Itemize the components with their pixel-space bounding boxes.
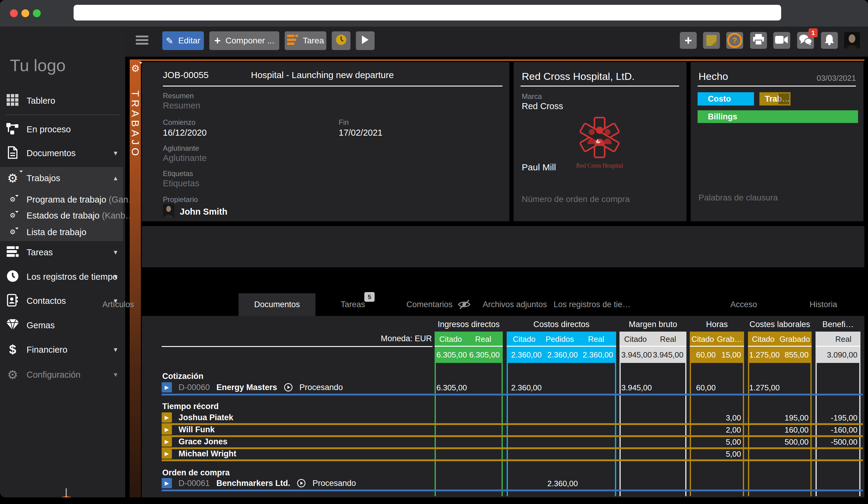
cell-value: 160,00 [780, 424, 809, 435]
table-row-michael[interactable]: ▶ Michael Wright [162, 449, 236, 459]
col-costos-pedidos: Pedidos [542, 332, 578, 346]
trab-badge[interactable]: Trab… [760, 92, 790, 105]
pencil-icon: ✎ [166, 35, 173, 46]
print-button[interactable] [750, 32, 767, 49]
titlebar [0, 0, 868, 27]
printer-icon [753, 34, 765, 47]
task-button[interactable]: Tarea [285, 31, 326, 50]
sidebar-subitem-programa[interactable]: ⚙ Programa de trabajo (Gan… [0, 191, 123, 207]
sidebar-item-trabajos[interactable]: ⚙ Trabajos ▲ [0, 166, 125, 190]
tab-acceso[interactable]: Acceso [731, 299, 757, 310]
resumen-field[interactable]: Resumen [163, 101, 200, 111]
sidebar-item-tablero[interactable]: Tablero [0, 88, 125, 113]
propietario-label: Propietario [163, 195, 198, 204]
sidebar-item-tareas[interactable]: Tareas ▼ [0, 240, 125, 264]
cell-value: 60,00 [691, 382, 716, 393]
aglutinante-label: Aglutinante [163, 144, 199, 153]
tab-articulos[interactable]: Artículos [102, 299, 134, 310]
section-orden-compra: Orden de compra [162, 467, 230, 478]
currency-label: Moneda: EUR [341, 332, 432, 346]
comienzo-value[interactable]: 16/12/2020 [163, 128, 207, 138]
table-row-joshua[interactable]: ▶ Joshua Piatek [162, 412, 234, 423]
cell-value: 5,00 [716, 437, 741, 447]
col-costes-grabado: Grabado [778, 332, 811, 346]
sidebar-item-gemas[interactable]: Gemas [0, 313, 125, 337]
expand-row-button[interactable]: ▶ [162, 412, 172, 423]
edit-button[interactable]: ✎ Editar [162, 31, 204, 50]
etiquetas-field[interactable]: Etiquetas [163, 178, 199, 188]
status-title: Hecho [699, 71, 728, 82]
col-ingresos-citado: Citado [435, 332, 467, 346]
timer-button[interactable] [332, 31, 350, 50]
play-icon [361, 35, 369, 46]
col-ingresos-real: Real [467, 332, 500, 346]
sidebar-item-en-proceso[interactable]: En proceso [0, 117, 125, 141]
video-call-button[interactable] [773, 32, 790, 49]
aglutinante-field[interactable]: Aglutinante [163, 153, 207, 163]
tab-historia[interactable]: Historia [809, 299, 837, 310]
menu-hamburger-icon[interactable] [136, 34, 148, 46]
help-icon: ? [727, 33, 742, 48]
notifications-button[interactable] [821, 32, 838, 49]
fin-label: Fin [339, 118, 349, 127]
sidebar-item-configuracion[interactable]: ⚙ Configuración ▼ [0, 363, 125, 387]
play-button[interactable] [356, 31, 375, 50]
minimize-window-button[interactable] [21, 9, 29, 17]
expand-row-button[interactable]: ▶ [162, 478, 172, 488]
propietario-value[interactable]: John Smith [180, 207, 227, 217]
expand-row-button[interactable]: ▶ [162, 382, 172, 392]
chevron-down-icon: ▼ [113, 346, 118, 353]
table-row-d00060[interactable]: ▶ D-00060 Energy Masters Procesando [162, 382, 343, 392]
job-code: JOB-00055 [163, 70, 209, 80]
avatar-photo [844, 32, 860, 49]
tab-archivos-adjuntos[interactable]: Archivos adjuntos [483, 299, 547, 310]
help-button[interactable]: ? [726, 32, 743, 49]
cell-value: 1.275,00 [749, 382, 778, 393]
app-window: ✎ Editar + Componer ... Tarea + ? [0, 0, 868, 504]
sidebar-item-financiero[interactable]: $ Financiero ▼ [0, 338, 125, 362]
costo-badge[interactable]: Costo [698, 92, 754, 105]
expand-row-button[interactable]: ▶ [162, 424, 172, 435]
browser-address-bar[interactable] [74, 5, 781, 21]
notes-button[interactable] [703, 32, 720, 49]
owner-avatar [163, 204, 174, 218]
sidebar-subitem-estados[interactable]: ⚙ Estados de trabajo (Kanb… [0, 207, 123, 223]
gem-icon [6, 319, 20, 332]
chat-button[interactable]: 1 [797, 32, 814, 49]
table-row-will[interactable]: ▶ Will Funk [162, 424, 215, 435]
dollar-icon: $ [6, 343, 20, 357]
table-row-grace[interactable]: ▶ Grace Jones [162, 437, 227, 447]
fin-value[interactable]: 17/02/2021 [339, 128, 382, 138]
user-avatar[interactable] [844, 32, 860, 49]
compose-button[interactable]: + Componer ... [209, 31, 279, 50]
sidebar-subitem-lista[interactable]: ⚙ Lista de trabajo [0, 224, 123, 240]
expand-row-button[interactable]: ▶ [162, 437, 172, 447]
zoom-window-button[interactable] [33, 9, 41, 17]
billings-badge[interactable]: Billings [698, 110, 858, 123]
tab-documentos-financieros[interactable]: Documentos financi… [239, 293, 316, 316]
resumen-label: Resumen [163, 92, 194, 100]
client-contact[interactable]: Paul Mill [522, 162, 556, 172]
tab-tareas[interactable]: Tareas [341, 299, 365, 310]
status-date: 03/03/2021 [784, 74, 856, 83]
marca-value[interactable]: Red Cross [522, 101, 563, 111]
chevron-down-icon: ▼ [113, 150, 118, 157]
expand-row-button[interactable]: ▶ [162, 449, 172, 459]
client-name[interactable]: Red Cross Hospital, LtD. [522, 71, 634, 82]
video-camera-icon [775, 35, 788, 45]
tareas-count-badge: 5 [364, 292, 375, 302]
add-button[interactable]: + [680, 32, 697, 49]
sidebar-item-documentos[interactable]: Documentos ▼ [0, 141, 125, 165]
col-benefi-real: Real [816, 332, 856, 346]
close-window-button[interactable] [10, 9, 18, 17]
cell-value: 3,00 [716, 412, 741, 423]
sidebar-item-registros-tiempo[interactable]: Los registros de tiempo ▼ [0, 265, 125, 289]
tab-comentarios[interactable]: Comentarios [406, 299, 452, 310]
po-number-field[interactable]: Número de orden de compra [522, 195, 630, 204]
closing-words-field[interactable]: Palabras de clausura [699, 193, 778, 202]
trab-badge-overlay [778, 93, 789, 104]
sidebar: Tu logo Tablero En proceso Documentos ▼ … [0, 27, 125, 497]
eye-off-icon[interactable] [457, 299, 471, 311]
table-row-d00061[interactable]: ▶ D-00061 Benchmarkers Ltd. Procesando [162, 478, 356, 488]
tab-registros-tiempo[interactable]: Los registros de tie… [554, 299, 630, 310]
